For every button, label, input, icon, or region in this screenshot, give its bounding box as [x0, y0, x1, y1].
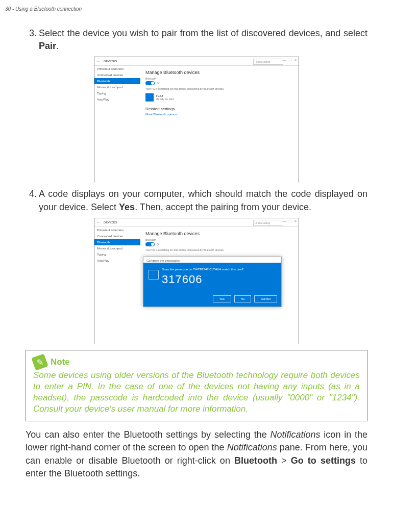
ss2-win-title: DEVICES [104, 221, 117, 224]
sidebar-item-autoplay[interactable]: AutoPlay [94, 96, 140, 103]
bluetooth-toggle-row: On [145, 81, 293, 85]
sidebar-item-mouse[interactable]: Mouse & touchpad [94, 245, 140, 251]
toggle-on-label: On [157, 82, 160, 85]
step-4-bold: Yes [119, 202, 135, 212]
screenshot-2: ← DEVICES Find a setting — □ × Printers … [94, 218, 299, 344]
device-icon [145, 93, 154, 102]
page-content: 3. Select the device you wish to pair fr… [26, 27, 367, 480]
ss1-sidebar: Printers & scanners Connected devices Bl… [94, 66, 140, 183]
dialog-code: 317606 [162, 273, 275, 286]
sidebar-item-connected[interactable]: Connected devices [94, 233, 140, 239]
step-3-body: Select the device you wish to pair from … [39, 27, 367, 53]
page-header: 30 - Using a Bluetooth connection [5, 6, 82, 12]
note-head: ✎ Note [33, 356, 360, 369]
bluetooth-label: Bluetooth [145, 238, 293, 241]
step-4-text-after: . Then, accept the pairing from your dev… [135, 202, 311, 212]
sidebar-item-typing[interactable]: Typing [94, 251, 140, 258]
note-icon: ✎ [31, 353, 48, 370]
step-4-body: A code displays on your computer, which … [39, 188, 367, 213]
yes-button[interactable]: Yes [213, 295, 231, 302]
sidebar-item-autoplay[interactable]: AutoPlay [94, 258, 140, 264]
back-icon: ← [96, 220, 102, 225]
sidebar-item-connected[interactable]: Connected devices [94, 72, 140, 78]
ss1-heading: Manage Bluetooth devices [145, 70, 293, 75]
discover-text: Your PC is searching for and can be disc… [145, 87, 293, 90]
dialog-body: Does the passcode on TWTP3747-01THU4 mat… [143, 263, 281, 292]
bluetooth-toggle[interactable] [145, 81, 155, 85]
para-p4: > [277, 455, 291, 466]
related-link[interactable]: More Bluetooth options [145, 113, 293, 116]
bluetooth-toggle-row: On [145, 242, 293, 246]
toggle-on-label: On [157, 243, 160, 246]
closing-paragraph: You can also enter the Bluetooth setting… [26, 428, 367, 480]
search-input[interactable]: Find a setting [253, 59, 283, 65]
dialog-title: Compare the passcodes [143, 257, 281, 263]
device-tile[interactable]: TEST Ready to pair [145, 93, 293, 102]
back-icon: ← [96, 59, 102, 64]
no-button[interactable]: No [234, 295, 252, 302]
ss1-main: Manage Bluetooth devices Bluetooth On Yo… [140, 66, 299, 183]
step-4: 4. A code displays on your computer, whi… [26, 188, 367, 213]
step-3-text-before: Select the device you wish to pair from … [39, 28, 367, 38]
step-4-number: 4. [26, 188, 39, 213]
sidebar-item-typing[interactable]: Typing [94, 90, 140, 96]
para-i2: Notifications [227, 442, 277, 452]
sidebar-item-mouse[interactable]: Mouse & touchpad [94, 84, 140, 90]
ss1-win-title: DEVICES [104, 60, 117, 63]
search-input[interactable]: Find a setting [253, 220, 283, 226]
ss2-heading: Manage Bluetooth devices [145, 231, 293, 236]
dialog-question: Does the passcode on TWTP3747-01THU4 mat… [162, 268, 275, 271]
window-controls-icon: — □ × [283, 219, 298, 223]
para-i1: Notifications [271, 429, 321, 440]
note-box: ✎ Note Some devices using older versions… [26, 350, 367, 421]
step-3-text-after: . [56, 41, 59, 51]
related-heading: Related settings [145, 107, 293, 111]
screenshot-2-wrap: ← DEVICES Find a setting — □ × Printers … [26, 218, 367, 344]
step-3: 3. Select the device you wish to pair fr… [26, 27, 367, 53]
note-title: Note [51, 357, 70, 367]
screenshot-1-wrap: ← DEVICES Find a setting — □ × Printers … [26, 57, 367, 183]
device-icon [149, 270, 159, 280]
device-status: Ready to pair [156, 97, 174, 100]
dialog-footer: Yes No Cancel [143, 292, 281, 307]
ss2-sidebar: Printers & scanners Connected devices Bl… [94, 227, 140, 344]
cancel-button[interactable]: Cancel [254, 295, 277, 302]
window-controls-icon: — □ × [283, 58, 298, 62]
ss2-titlebar: ← DEVICES Find a setting — □ × [94, 218, 299, 227]
ss1-titlebar: ← DEVICES Find a setting — □ × [94, 57, 299, 66]
step-3-bold: Pair [39, 41, 56, 51]
ss1-body: Printers & scanners Connected devices Bl… [94, 66, 299, 183]
passcode-dialog: Compare the passcodes Does the passcode … [143, 257, 282, 307]
para-b1: Bluetooth [234, 455, 277, 466]
discover-text: Your PC is searching for and can be disc… [145, 248, 293, 251]
sidebar-item-bluetooth[interactable]: Bluetooth [94, 78, 140, 84]
para-b2: Go to settings [291, 455, 356, 466]
step-3-number: 3. [26, 27, 39, 53]
bluetooth-label: Bluetooth [145, 77, 293, 80]
bluetooth-toggle[interactable] [145, 242, 155, 246]
sidebar-item-printers[interactable]: Printers & scanners [94, 227, 140, 233]
device-text: TEST Ready to pair [156, 94, 174, 100]
sidebar-item-bluetooth[interactable]: Bluetooth [94, 239, 140, 245]
para-p1: You can also enter the Bluetooth setting… [26, 429, 271, 440]
note-body: Some devices using older versions of the… [33, 370, 360, 415]
screenshot-1: ← DEVICES Find a setting — □ × Printers … [94, 57, 299, 183]
sidebar-item-printers[interactable]: Printers & scanners [94, 66, 140, 72]
